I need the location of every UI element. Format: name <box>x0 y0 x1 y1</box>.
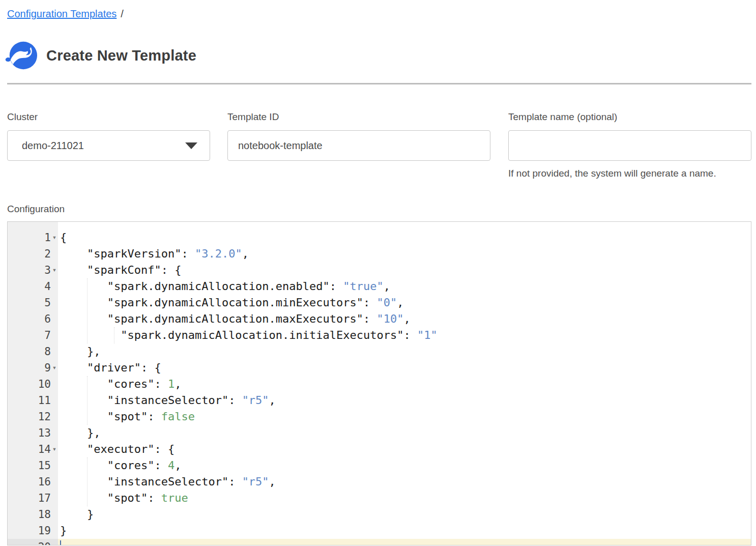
code-line[interactable]: 9▾ "driver": { <box>8 360 751 376</box>
code-text: "spark.dynamicAllocation.maxExecutors": … <box>58 311 751 327</box>
code-text: "driver": { <box>58 360 751 376</box>
code-line[interactable]: 12 "spot": false <box>8 409 751 425</box>
code-line[interactable]: 16 "instanceSelector": "r5", <box>8 474 751 490</box>
code-line[interactable]: 18 } <box>8 506 751 523</box>
breadcrumb-separator: / <box>121 8 124 19</box>
line-number: 1▾ <box>8 229 58 246</box>
page-header: Create New Template <box>5 41 196 70</box>
fold-toggle-icon[interactable]: ▾ <box>51 262 58 277</box>
code-text: } <box>58 523 751 539</box>
line-number: 9▾ <box>8 360 58 376</box>
fold-toggle-icon[interactable]: ▾ <box>51 360 58 375</box>
code-text: }, <box>58 343 751 360</box>
cluster-label: Cluster <box>7 111 210 123</box>
code-text: "spot": false <box>58 409 751 425</box>
code-line[interactable]: 10 "cores": 1, <box>8 376 751 392</box>
code-line[interactable]: 15 "cores": 4, <box>8 457 751 474</box>
line-number: 10 <box>8 376 58 392</box>
code-text: "cores": 4, <box>58 457 751 474</box>
cluster-select[interactable]: demo-211021 <box>7 130 210 161</box>
template-name-input[interactable] <box>508 130 751 161</box>
template-name-label: Template name (optional) <box>508 111 751 123</box>
code-lines: 1▾{2 "sparkVersion": "3.2.0",3▾ "sparkCo… <box>8 229 751 545</box>
text-cursor <box>60 540 61 545</box>
code-line[interactable]: 14▾ "executor": { <box>8 441 751 457</box>
template-name-field-group: Template name (optional) If not provided… <box>508 111 751 179</box>
template-name-helper-text: If not provided, the system will generat… <box>508 168 751 179</box>
template-id-label: Template ID <box>227 111 490 123</box>
code-line[interactable]: 17 "spot": true <box>8 490 751 506</box>
configuration-code-editor[interactable]: 1▾{2 "sparkVersion": "3.2.0",3▾ "sparkCo… <box>7 221 751 545</box>
line-number: 13 <box>8 425 58 441</box>
line-number: 3▾ <box>8 262 58 278</box>
cluster-field-group: Cluster demo-211021 <box>7 111 210 161</box>
code-text: "instanceSelector": "r5", <box>58 474 751 490</box>
code-line[interactable]: 2 "sparkVersion": "3.2.0", <box>8 246 751 262</box>
line-number: 11 <box>8 392 58 409</box>
line-number: 6 <box>8 311 58 327</box>
code-text: "sparkConf": { <box>58 262 751 278</box>
chevron-down-icon <box>185 142 197 149</box>
line-number: 19 <box>8 523 58 539</box>
code-text: "spot": true <box>58 490 751 506</box>
code-line[interactable]: 5 "spark.dynamicAllocation.minExecutors"… <box>8 295 751 311</box>
line-number: 17 <box>8 490 58 506</box>
template-id-input[interactable] <box>227 130 490 161</box>
code-line[interactable]: 11 "instanceSelector": "r5", <box>8 392 751 409</box>
code-line[interactable]: 7 "spark.dynamicAllocation.initialExecut… <box>8 327 751 343</box>
header-divider <box>7 83 751 84</box>
code-line[interactable]: 13 }, <box>8 425 751 441</box>
line-number: 14▾ <box>8 441 58 457</box>
line-number: 2 <box>8 246 58 262</box>
code-text: "spark.dynamicAllocation.minExecutors": … <box>58 295 751 311</box>
code-text: { <box>58 229 751 246</box>
line-number: 12 <box>8 409 58 425</box>
line-number: 5 <box>8 295 58 311</box>
fold-toggle-icon[interactable]: ▾ <box>51 229 58 245</box>
code-line[interactable]: 1▾{ <box>8 229 751 246</box>
code-text <box>58 539 751 545</box>
breadcrumb: Configuration Templates/ <box>7 7 124 21</box>
line-number: 18 <box>8 506 58 523</box>
breadcrumb-link-configuration-templates[interactable]: Configuration Templates <box>7 8 117 19</box>
code-text: "executor": { <box>58 441 751 457</box>
page-title: Create New Template <box>46 47 196 64</box>
code-line[interactable]: 6 "spark.dynamicAllocation.maxExecutors"… <box>8 311 751 327</box>
line-number: 20 <box>8 539 58 545</box>
code-text: "spark.dynamicAllocation.enabled": "true… <box>58 278 751 295</box>
code-text: } <box>58 506 751 523</box>
code-line[interactable]: 19} <box>8 523 751 539</box>
line-number: 4 <box>8 278 58 295</box>
code-text: }, <box>58 425 751 441</box>
code-line[interactable]: 8 }, <box>8 343 751 360</box>
code-line[interactable]: 3▾ "sparkConf": { <box>8 262 751 278</box>
line-number: 15 <box>8 457 58 474</box>
code-text: "instanceSelector": "r5", <box>58 392 751 409</box>
template-id-field-group: Template ID <box>227 111 490 161</box>
ocean-wave-logo-icon <box>5 41 38 70</box>
configuration-label: Configuration <box>7 204 65 215</box>
code-line[interactable]: 20 <box>8 539 751 545</box>
code-text: "sparkVersion": "3.2.0", <box>58 246 751 262</box>
fold-toggle-icon[interactable]: ▾ <box>51 441 58 456</box>
cluster-select-value: demo-211021 <box>22 140 84 152</box>
line-number: 7 <box>8 327 58 343</box>
create-template-page: Configuration Templates/ Create New Temp… <box>0 0 756 546</box>
code-text: "cores": 1, <box>58 376 751 392</box>
line-number: 8 <box>8 343 58 360</box>
code-line[interactable]: 4 "spark.dynamicAllocation.enabled": "tr… <box>8 278 751 295</box>
code-text: "spark.dynamicAllocation.initialExecutor… <box>58 327 751 343</box>
line-number: 16 <box>8 474 58 490</box>
